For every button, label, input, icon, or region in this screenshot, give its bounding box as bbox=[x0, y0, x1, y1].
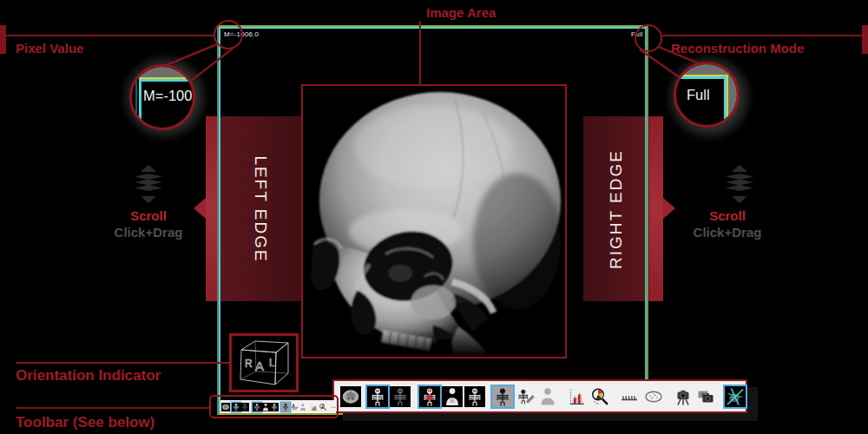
left-edge-label: LEFT EDGE bbox=[251, 155, 270, 262]
mini-toolbar-overflow: ⋯ bbox=[331, 403, 339, 411]
pixel-value-label: Pixel Value bbox=[16, 41, 83, 56]
mini-toolbar: ⋯ bbox=[220, 400, 336, 413]
viewport-border-overlay bbox=[647, 116, 648, 301]
mini-toolbar-button-skeleton-view[interactable] bbox=[270, 403, 279, 411]
orientation-letter-l: L bbox=[269, 357, 275, 369]
reconstruction-mode-source-circle bbox=[635, 24, 662, 52]
magnified-reconstruction-mode-text: Full bbox=[687, 87, 710, 103]
mini-toolbar-button-bone-edit[interactable] bbox=[290, 403, 299, 411]
toolbar-button-bone-edit[interactable] bbox=[515, 386, 536, 407]
reconstruction-mode-label: Reconstruction Mode bbox=[671, 41, 804, 56]
right-edge-label: RIGHT EDGE bbox=[607, 149, 626, 269]
mini-toolbar-button-person-disabled[interactable] bbox=[299, 403, 307, 411]
image-area-highlight-rect bbox=[301, 84, 567, 358]
scroll-gesture-label-left: Click+Drag bbox=[105, 225, 192, 240]
scroll-layers-icon bbox=[723, 164, 756, 204]
toolbar-button-ellipse-roi[interactable] bbox=[643, 386, 664, 407]
mini-toolbar-button-analyze-magnifier[interactable] bbox=[319, 403, 327, 411]
toolbar-button-ruler[interactable] bbox=[619, 386, 640, 407]
toolbar-button-snapshot-camera[interactable] bbox=[673, 386, 694, 407]
mini-toolbar-button-axial-slice[interactable] bbox=[221, 403, 230, 411]
orientation-letter-a: A bbox=[255, 358, 264, 373]
right-edge-arrow bbox=[663, 198, 675, 219]
scroll-layers-icon bbox=[132, 164, 165, 204]
pixel-value-source-circle bbox=[214, 20, 243, 49]
orientation-letter-r: R bbox=[245, 358, 253, 370]
toolbar-button-bone-dark-view[interactable] bbox=[390, 386, 411, 407]
right-edge-zone[interactable]: RIGHT EDGE bbox=[583, 116, 649, 301]
left-edge-marker-bar bbox=[0, 25, 6, 54]
toolbar-button-person-disabled[interactable] bbox=[537, 386, 558, 407]
viewport-border-overlay bbox=[219, 116, 220, 301]
toolbar-button-bone-view-selected[interactable] bbox=[367, 386, 388, 407]
toolbar-button-analyze-magnifier[interactable] bbox=[589, 386, 610, 407]
screenshot-canvas: M=-1006.0 Full bbox=[0, 0, 868, 434]
scroll-action-label-left: Scroll bbox=[105, 208, 192, 223]
toolbar-button-skeleton-view[interactable] bbox=[464, 386, 485, 407]
right-edge-marker-bar bbox=[862, 25, 868, 54]
scroll-gesture-label-right: Click+Drag bbox=[684, 225, 771, 240]
mini-toolbar-button-body-view[interactable] bbox=[261, 403, 270, 411]
toolbar-button-histogram[interactable] bbox=[567, 386, 588, 407]
toolbar-magnified bbox=[332, 379, 747, 413]
toolbar-button-axial-slice[interactable] bbox=[340, 386, 361, 407]
toolbar-button-body-view[interactable] bbox=[442, 386, 463, 407]
magnified-olive-border-v bbox=[727, 75, 728, 125]
pixel-value-magnifier: M=-1006 bbox=[129, 64, 195, 130]
toolbar-button-multi-snapshot[interactable] bbox=[695, 386, 716, 407]
magnified-cyan-border-v bbox=[139, 79, 141, 128]
left-edge-arrow bbox=[194, 198, 206, 219]
left-edge-zone[interactable]: LEFT EDGE bbox=[220, 116, 301, 301]
reconstruction-mode-callout-line bbox=[662, 35, 863, 36]
toolbar-button-skeleton-inverse-view-selected[interactable] bbox=[492, 386, 513, 407]
toolbar-button-tissue-view-selected[interactable] bbox=[419, 386, 440, 407]
mini-toolbar-button-histogram[interactable] bbox=[310, 403, 319, 411]
toolbar-button-crosshair-view-selected[interactable] bbox=[725, 386, 746, 407]
mini-toolbar-button-bone-view-selected[interactable] bbox=[232, 403, 240, 411]
mini-toolbar-button-tissue-view-selected[interactable] bbox=[253, 403, 261, 411]
orientation-cube: R A L bbox=[231, 335, 297, 391]
image-area-label: Image Area bbox=[426, 5, 496, 20]
toolbar-callout-line bbox=[16, 407, 209, 409]
magnified-cyan-border bbox=[676, 76, 727, 79]
toolbar-label: Toolbar (See below) bbox=[16, 414, 155, 431]
image-area-callout-line bbox=[419, 21, 421, 84]
mini-toolbar-button-bone-dark-view[interactable] bbox=[240, 403, 249, 411]
right-edge-strip bbox=[649, 116, 663, 301]
magnified-cyan-border bbox=[139, 79, 193, 82]
mini-toolbar-button-skeleton-inverse-view-selected[interactable] bbox=[281, 403, 290, 411]
scroll-action-label-right: Scroll bbox=[684, 208, 771, 223]
orientation-callout-line bbox=[16, 362, 229, 364]
reconstruction-mode-magnifier: Full bbox=[674, 62, 740, 128]
pixel-value-callout-line bbox=[5, 35, 214, 36]
magnified-cyan-border-v bbox=[724, 76, 727, 125]
magnified-pixel-value-text: M=-1006 bbox=[143, 88, 195, 104]
orientation-indicator-label: Orientation Indicator bbox=[16, 367, 161, 385]
